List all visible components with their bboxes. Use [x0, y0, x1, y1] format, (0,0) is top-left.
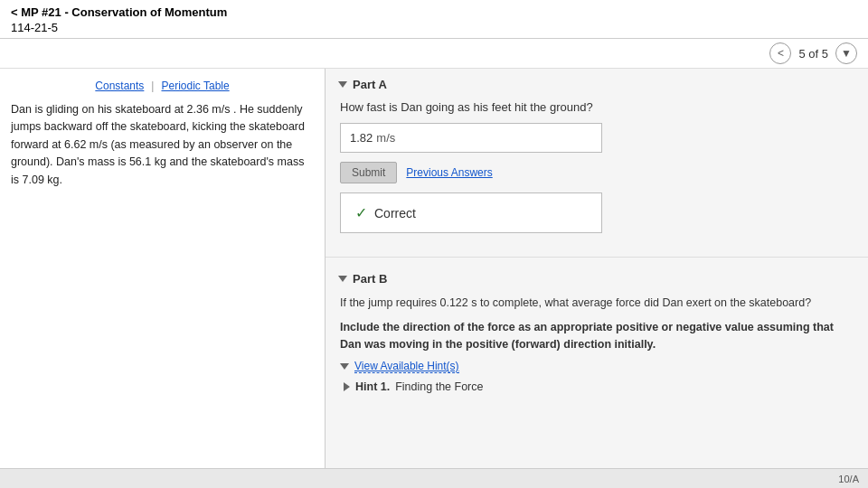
page-title: < MP #21 - Conservation of Momentum	[11, 5, 857, 19]
constants-link[interactable]: Constants	[95, 80, 144, 92]
part-a-question: How fast is Dan going as his feet hit th…	[340, 100, 854, 114]
expand-icon: ▼	[841, 47, 852, 60]
right-panel: Part A How fast is Dan going as his feet…	[326, 69, 868, 488]
part-a-label: Part A	[353, 78, 387, 91]
correct-box: ✓ Correct	[340, 192, 602, 233]
section-divider	[326, 257, 868, 258]
part-b-question1: If the jump requires 0.122 s to complete…	[340, 295, 854, 312]
part-a-header: Part A	[326, 69, 868, 97]
part-a-answer-value: 1.82	[350, 131, 373, 145]
hint-triangle-icon	[340, 363, 349, 370]
correct-label: Correct	[374, 206, 416, 221]
hint-row: View Available Hint(s)	[340, 360, 854, 373]
part-b-header: Part B	[326, 263, 868, 291]
hint-1-text: Finding the Force	[395, 380, 483, 393]
periodic-table-link[interactable]: Periodic Table	[161, 80, 229, 92]
hint-1-triangle-icon	[344, 382, 350, 391]
expand-button[interactable]: ▼	[835, 42, 857, 64]
part-b-label: Part B	[353, 272, 387, 286]
bottom-bar-text: 10/A	[838, 474, 859, 484]
problem-text: Dan is gliding on his skateboard at 2.36…	[11, 101, 314, 189]
part-a-answer-unit: m/s	[376, 131, 395, 145]
part-b-content: If the jump requires 0.122 s to complete…	[326, 291, 868, 404]
part-a-triangle-icon	[338, 81, 347, 88]
submit-button[interactable]: Submit	[340, 162, 397, 183]
problem-panel: Constants | Periodic Table Dan is glidin…	[0, 69, 326, 488]
part-a-answer-box: 1.82 m/s	[340, 123, 602, 153]
page-subtitle: 114-21-5	[11, 21, 857, 34]
submit-row: Submit Previous Answers	[340, 162, 854, 183]
separator: |	[151, 80, 154, 92]
page-count: 5 of 5	[798, 47, 828, 61]
part-b-question2: Include the direction of the force as an…	[340, 319, 854, 353]
view-hints-link[interactable]: View Available Hint(s)	[354, 360, 459, 373]
part-b-triangle-icon	[338, 276, 347, 282]
back-icon: <	[778, 47, 784, 60]
checkmark-icon: ✓	[355, 204, 367, 221]
back-button[interactable]: <	[769, 42, 791, 64]
part-a-content: How fast is Dan going as his feet hit th…	[326, 97, 868, 251]
previous-answers-link[interactable]: Previous Answers	[406, 166, 492, 179]
hint-1-item: Hint 1. Finding the Force	[340, 380, 854, 393]
hint-1-label: Hint 1.	[355, 380, 390, 393]
bottom-bar: 10/A	[0, 468, 868, 488]
